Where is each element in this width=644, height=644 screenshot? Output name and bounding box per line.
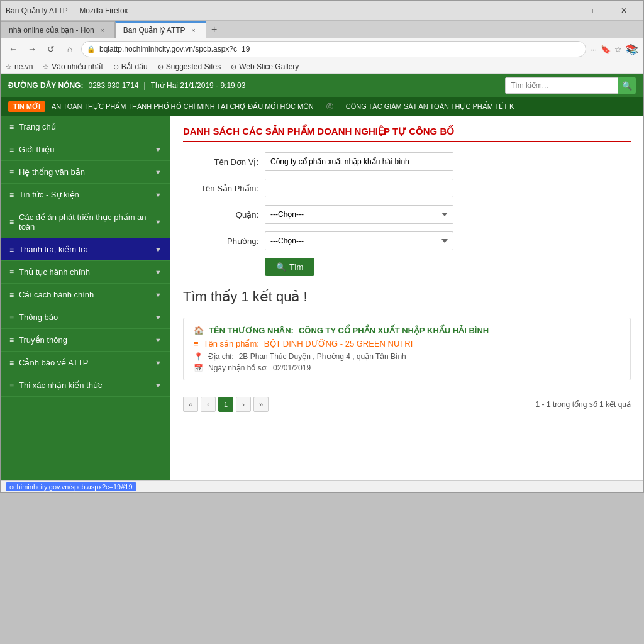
tin-tuc-label: Tin tức - Sự kiện (19, 190, 79, 199)
sidebar-item-truyen-thong[interactable]: ≡ Truyền thông ▼ (1, 329, 170, 352)
pagination: « ‹ 1 › » 1 - 1 trong tổng số 1 kết quả (183, 391, 631, 412)
ticker-icon: ⓪ (326, 102, 333, 111)
bookmark-suggested[interactable]: ⊙ Suggested Sites (158, 62, 221, 71)
thu-tuc-label: Thủ tục hành chính (19, 267, 90, 277)
truyen-thong-label: Truyền thông (19, 335, 67, 345)
result-address: 📍 Địa chỉ: 2B Phan Thúc Duyện , Phường 4… (194, 352, 620, 361)
he-thong-icon: ≡ (9, 168, 14, 177)
thong-bao-label: Thông báo (19, 313, 58, 322)
news-ticker: TIN MỚI AN TOÀN THỰC PHẨM THÀNH PHỐ HỒ C… (1, 97, 643, 116)
canh-bao-label: Cảnh báo về ATTP (19, 358, 88, 367)
san-pham-input[interactable] (265, 179, 453, 197)
prev-page-button[interactable]: ‹ (201, 397, 216, 412)
tab-2[interactable]: Ban Quản lý ATTP × (115, 21, 206, 38)
san-pham-row: Tên Sản Phẩm: (183, 179, 631, 197)
first-page-button[interactable]: « (183, 397, 198, 412)
address-text: bqlattp.hochiminhcity.gov.vn/spcb.aspx?c… (99, 45, 250, 53)
site-search-button[interactable]: 🔍 (618, 77, 636, 94)
forward-button[interactable]: → (25, 42, 40, 57)
bookmark-ne-icon: ☆ (6, 63, 12, 71)
bookmark-icon[interactable]: 🔖 (601, 45, 611, 54)
result-card-1: 🏠 TÊN THƯƠNG NHÂN: CÔNG TY CỔ PHẦN XUẤT … (183, 318, 631, 380)
sidebar-item-thu-tuc[interactable]: ≡ Thủ tục hành chính ▼ (1, 261, 170, 284)
status-url: ochiminhcity.gov.vn/spcb.aspx?c=19#19 (6, 482, 136, 491)
sidebar-item-cai-cach[interactable]: ≡ Cải cách hành chính ▼ (1, 284, 170, 306)
canh-bao-arrow: ▼ (155, 359, 162, 367)
sidebar-item-trang-chu[interactable]: ≡ Trang chủ (1, 116, 170, 138)
bookmark-ne[interactable]: ☆ ne.vn (6, 62, 33, 71)
de-an-arrow: ▼ (155, 218, 162, 226)
tab-2-close[interactable]: × (189, 26, 198, 35)
thi-xac-nhan-label: Thi xác nhận kiến thức (19, 380, 102, 390)
site-search-box: 🔍 (505, 77, 636, 94)
gioi-thieu-label: Giới thiệu (19, 145, 54, 154)
sidebar-item-canh-bao[interactable]: ≡ Cảnh báo về ATTP ▼ (1, 352, 170, 374)
new-tab-button[interactable]: + (206, 21, 223, 38)
close-button[interactable]: ✕ (609, 1, 638, 21)
results-header: Tìm thấy 1 kết quả ! (183, 289, 631, 305)
sidebar-item-gioi-thieu[interactable]: ≡ Giới thiệu ▼ (1, 138, 170, 161)
thanh-tra-arrow: ▼ (155, 246, 162, 253)
bookmark-webslice[interactable]: ⊙ Web Slice Gallery (231, 62, 299, 71)
phuong-select[interactable]: ---Chọn--- (265, 231, 453, 250)
bookmark-vao-nhieu[interactable]: ☆ Vào nhiều nhất (43, 62, 103, 71)
last-page-button[interactable]: » (253, 397, 269, 412)
cai-cach-icon: ≡ (9, 291, 14, 299)
thi-xac-nhan-icon: ≡ (9, 381, 14, 390)
thu-tuc-arrow: ▼ (155, 269, 162, 276)
site-search-input[interactable] (505, 77, 618, 94)
search-btn-icon: 🔍 (276, 262, 286, 272)
sidebar: ≡ Trang chủ ≡ Giới thiệu ▼ ≡ Hệ thống vă… (1, 116, 170, 480)
quan-select[interactable]: ---Chọn--- (265, 205, 453, 224)
phuong-select-wrapper: ---Chọn--- (265, 231, 453, 250)
address-bar[interactable]: 🔒 bqlattp.hochiminhcity.gov.vn/spcb.aspx… (81, 41, 586, 57)
san-pham-label: Tên Sản Phẩm: (183, 184, 258, 193)
don-vi-label: Tên Đơn Vị: (183, 157, 258, 167)
bookmark-bat-dau[interactable]: ⊙ Bắt đầu (113, 62, 148, 71)
bookmark-ne-label: ne.vn (14, 62, 33, 71)
tin-tuc-icon: ≡ (9, 191, 14, 199)
minimize-button[interactable]: ─ (552, 1, 580, 21)
tin-tuc-arrow: ▼ (155, 191, 162, 199)
tab-1[interactable]: nhà online của bạn - Hon × (1, 21, 115, 38)
next-page-button[interactable]: › (236, 397, 251, 412)
tab-1-close[interactable]: × (98, 26, 107, 35)
he-thong-arrow: ▼ (155, 169, 162, 176)
address-value: 2B Phan Thúc Duyện , Phường 4 , quận Tân… (239, 352, 406, 361)
bookmark-bat-dau-label: Bắt đầu (121, 62, 148, 71)
product-name[interactable]: BỘT DINH DƯỠNG - 25 GREEN NUTRI (264, 339, 413, 348)
ticker-text: AN TOÀN THỰC PHẨM THÀNH PHỐ HỒ CHÍ MINH … (52, 102, 636, 111)
sidebar-item-thong-bao[interactable]: ≡ Thông báo ▼ (1, 306, 170, 329)
search-form: Tên Đơn Vị: Tên Sản Phẩm: Quận: ---Chọn-… (183, 152, 631, 276)
page-count: 1 - 1 trong tổng số 1 kết quả (536, 400, 631, 409)
nav-bar: ← → ↺ ⌂ 🔒 bqlattp.hochiminhcity.gov.vn/s… (1, 38, 643, 60)
product-label: Tên sản phẩm: (204, 339, 259, 348)
company-name[interactable]: CÔNG TY CỔ PHẦN XUẤT NHẬP KHẨU HẢI BÌNH (299, 326, 489, 335)
thong-bao-arrow: ▼ (155, 314, 162, 321)
maximize-button[interactable]: □ (580, 1, 609, 21)
sidebar-item-tin-tuc[interactable]: ≡ Tin tức - Sự kiện ▼ (1, 184, 170, 206)
home-nav-button[interactable]: ⌂ (62, 42, 77, 57)
don-vi-input[interactable] (265, 152, 453, 171)
tab-bar: nhà online của bạn - Hon × Ban Quản lý A… (1, 21, 643, 38)
bookmark-vao-nhieu-label: Vào nhiều nhất (52, 62, 103, 71)
sidebar-item-thanh-tra[interactable]: ≡ Thanh tra, kiểm tra ▼ (1, 238, 170, 261)
page-1-button[interactable]: 1 (218, 397, 233, 412)
star-icon[interactable]: ☆ (614, 45, 622, 54)
back-button[interactable]: ← (6, 42, 21, 57)
company-label: TÊN THƯƠNG NHÂN: (209, 326, 294, 335)
website: ĐƯỜNG DÂY NÓNG: 0283 930 1714 | Thứ Hai … (1, 74, 643, 480)
sidebar-item-thi-xac-nhan[interactable]: ≡ Thi xác nhận kiến thức ▼ (1, 374, 170, 397)
library-icon[interactable]: 📚 (626, 43, 638, 55)
he-thong-label: Hệ thống văn bản (19, 167, 85, 177)
sidebar-item-he-thong[interactable]: ≡ Hệ thống văn bản ▼ (1, 161, 170, 184)
result-product: ≡ Tên sản phẩm: BỘT DINH DƯỠNG - 25 GREE… (194, 339, 620, 348)
thanh-tra-icon: ≡ (9, 245, 14, 254)
tab-1-label: nhà online của bạn - Hon (9, 26, 94, 35)
thi-xac-nhan-arrow: ▼ (155, 382, 162, 389)
sidebar-item-de-an[interactable]: ≡ Các đề án phát triển thực phẩm an toàn… (1, 206, 170, 238)
tim-button[interactable]: 🔍 Tìm (265, 258, 314, 276)
more-options-icon[interactable]: ··· (590, 45, 597, 54)
refresh-button[interactable]: ↺ (43, 42, 58, 57)
date-label: Ngày nhận hồ sơ: (208, 364, 268, 372)
